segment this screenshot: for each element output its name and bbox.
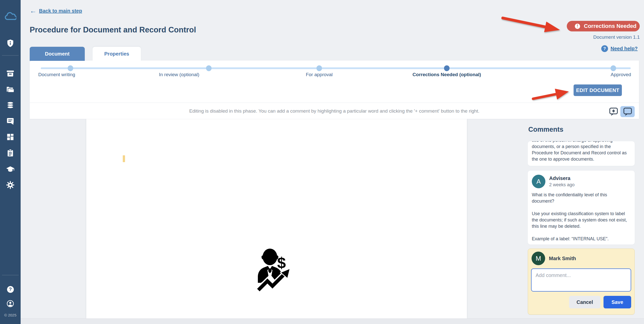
sidebar-item-correspondence[interactable]	[0, 116, 21, 127]
save-button[interactable]: Save	[603, 296, 631, 308]
composer-author: Mark Smith	[549, 256, 576, 261]
comment-plus-icon	[609, 107, 618, 116]
sidebar-item-settings[interactable]	[0, 179, 21, 191]
comment-text: documents, or a person specified in the …	[532, 144, 631, 162]
businessman-chart-illustration: $	[255, 248, 297, 294]
annotation-arrow-status-badge	[500, 12, 561, 36]
workflow-panel: Document writing In review (optional) Fo…	[30, 61, 639, 119]
step-dot-for-approval	[316, 65, 322, 71]
sidebar-item-account[interactable]	[0, 298, 21, 309]
need-help-link[interactable]: ? Need help?	[601, 45, 638, 52]
tab-document[interactable]: Document	[30, 47, 85, 61]
sidebar: ? © 2025	[0, 0, 21, 324]
step-dot-document-writing	[68, 65, 73, 71]
comment-composer: M Mark Smith Cancel Save	[528, 249, 635, 315]
status-badge-label: Corrections Needed	[584, 23, 636, 29]
highlighted-text-marker[interactable]	[123, 155, 125, 162]
step-dot-in-review	[206, 65, 212, 71]
sidebar-item-archive[interactable]	[0, 68, 21, 79]
back-arrow-icon: ←	[30, 8, 36, 14]
comments-panel-title: Comments	[528, 126, 564, 133]
comment-bubble-icon	[623, 107, 632, 116]
graduation-cap-icon	[6, 165, 15, 173]
sidebar-item-documents[interactable]	[0, 84, 21, 95]
archive-icon	[6, 69, 15, 78]
step-label-document-writing: Document writing	[38, 72, 114, 77]
comment-timestamp: 2 weeks ago	[549, 182, 575, 188]
svg-text:$: $	[277, 254, 286, 271]
page-title: Procedure for Document and Record Contro…	[30, 25, 196, 34]
bottom-strip	[21, 318, 644, 324]
edit-document-button[interactable]: EDIT DOCUMENT	[574, 84, 622, 96]
comment-author: Advisera	[549, 175, 575, 181]
cloud-logo-icon	[4, 10, 16, 21]
add-comment-input[interactable]	[531, 268, 631, 292]
sidebar-item-dashboard[interactable]	[0, 131, 21, 143]
status-badge: ! Corrections Needed	[567, 21, 640, 31]
shield-icon	[7, 39, 14, 48]
tab-properties[interactable]: Properties	[93, 47, 141, 61]
question-icon: ?	[601, 45, 608, 52]
copyright: © 2025	[0, 313, 21, 317]
comment-paragraph: Example of a label: “INTERNAL USE”.	[532, 236, 631, 242]
step-label-in-review: In review (optional)	[134, 72, 224, 77]
step-label-for-approval: For approval	[274, 72, 365, 77]
dashboard-icon	[6, 133, 14, 141]
exclamation-icon: !	[575, 24, 580, 29]
editing-disabled-notice: Editing is disabled in this phase. You c…	[30, 108, 639, 114]
sidebar-item-training[interactable]	[0, 164, 21, 175]
folders-icon	[6, 85, 15, 94]
back-link-label: Back to main step	[39, 8, 82, 14]
comment-clipped-line: title of the person in charge of approvi…	[532, 141, 631, 144]
comment-card-advisera[interactable]: A Advisera 2 weeks ago What is the confi…	[528, 171, 635, 245]
gear-icon	[6, 181, 15, 189]
need-help-label: Need help?	[611, 46, 638, 52]
step-dot-corrections-needed	[444, 65, 450, 71]
document-version: Document version 1.1	[539, 34, 640, 40]
stepper-track	[41, 67, 631, 69]
avatar: M	[532, 252, 545, 265]
cancel-button[interactable]: Cancel	[569, 296, 600, 308]
comment-card-truncated[interactable]: title of the person in charge of approvi…	[528, 141, 635, 166]
help-icon: ?	[7, 286, 14, 293]
clipboard-icon	[6, 149, 14, 158]
sidebar-divider	[2, 55, 19, 56]
add-comment-button[interactable]	[606, 106, 621, 117]
database-icon	[6, 101, 15, 110]
step-label-corrections-needed: Corrections Needed (optional)	[401, 72, 492, 77]
sidebar-item-tasks[interactable]	[0, 148, 21, 159]
sidebar-item-security[interactable]	[0, 38, 21, 49]
comment-paragraph: What is the confidentiality level of thi…	[532, 192, 631, 204]
sidebar-item-help[interactable]: ?	[0, 284, 21, 295]
back-link[interactable]: ← Back to main step	[30, 8, 82, 14]
chat-note-icon	[6, 117, 15, 125]
notice-row: Editing is disabled in this phase. You c…	[30, 103, 639, 119]
app-logo[interactable]	[0, 10, 21, 21]
tab-document-label: Document	[45, 51, 70, 57]
sidebar-item-registers[interactable]	[0, 100, 21, 111]
avatar: A	[532, 175, 545, 188]
step-dot-approved	[611, 65, 616, 71]
account-icon	[7, 300, 14, 307]
show-comments-button[interactable]	[620, 106, 635, 117]
comment-paragraph: Use your existing classification system …	[532, 211, 631, 229]
step-label-approved: Approved	[576, 72, 644, 77]
tab-properties-label: Properties	[104, 51, 129, 57]
sidebar-divider-bottom	[2, 275, 19, 275]
